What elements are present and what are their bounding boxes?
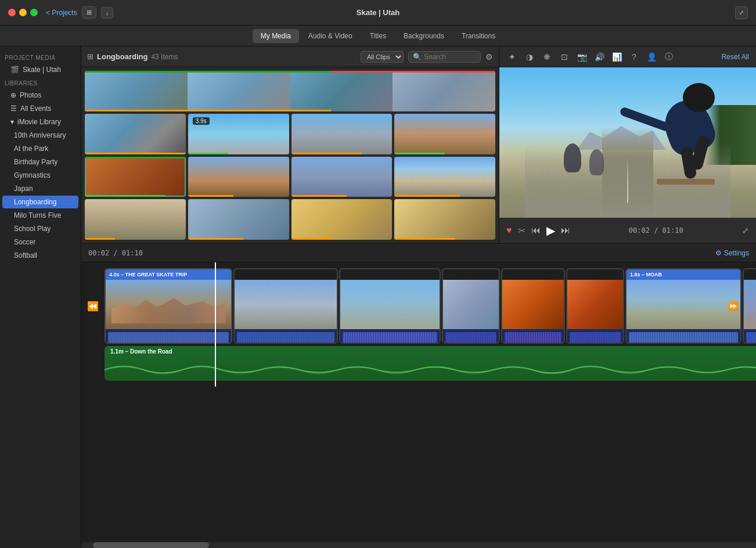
track-scroll-right-button[interactable]: ⏩ <box>728 301 738 311</box>
browser-toolbar-left: ⊞ Longboarding 43 Items <box>87 52 178 61</box>
video-track: ⏪ 4.0s – THE GREAT SKATE TRIP <box>105 268 756 344</box>
sidebar-japan-label: Japan <box>14 185 33 193</box>
audio-clip-main[interactable]: 1.1m – Down the Road <box>105 346 756 381</box>
sidebar-item-project[interactable]: 🎬 Skate | Utah <box>2 63 78 76</box>
audio-waveform <box>105 359 756 381</box>
sidebar-item-school-play[interactable]: School Play <box>2 222 78 235</box>
browser-panel: ⊞ Longboarding 43 Items All Clips 🔍 ⚙ <box>81 46 756 244</box>
sidebar-item-photos[interactable]: ⊕ Photos <box>2 89 78 102</box>
timeline-scroll[interactable]: ⏪ 4.0s – THE GREAT SKATE TRIP <box>81 262 756 542</box>
person-icon[interactable]: 👤 <box>646 52 657 62</box>
magic-wand-icon[interactable]: ✦ <box>506 52 518 62</box>
media-thumb-5[interactable] <box>394 114 495 154</box>
settings-icon: ⚙ <box>715 249 722 257</box>
traffic-lights <box>0 9 38 16</box>
sidebar-longboarding-label: Longboarding <box>14 198 56 206</box>
chart-icon[interactable]: 📊 <box>611 52 622 62</box>
all-events-icon: ☰ <box>10 104 17 113</box>
timecode-display: 00:02 / 01:10 <box>629 226 683 235</box>
libraries-label: LIBRARIES <box>0 77 81 88</box>
download-button[interactable]: ↓ <box>101 7 114 19</box>
sidebar-item-imovie-library[interactable]: ▾ iMovie Library <box>2 116 78 128</box>
back-button[interactable]: < Projects <box>46 9 77 17</box>
timeline-timecode: 00:02 / 01:10 <box>88 249 143 257</box>
media-thumb-10[interactable] <box>85 199 186 240</box>
clip-1-monument[interactable]: 4.0s – THE GREAT SKATE TRIP <box>105 268 232 344</box>
skip-forward-button[interactable]: ⏭ <box>561 225 570 236</box>
sidebar-item-milo-turns-five[interactable]: Milo Turns Five <box>2 209 78 222</box>
sidebar-item-longboarding[interactable]: Longboarding <box>2 196 78 208</box>
browser-count: 43 Items <box>151 53 178 61</box>
enter-fullscreen-button[interactable]: ⤢ <box>735 6 748 19</box>
clip-2-road[interactable] <box>233 268 338 344</box>
clip-6-orange[interactable] <box>566 268 624 344</box>
minimize-button[interactable] <box>19 9 27 16</box>
storyboard-button[interactable]: ⊞ <box>82 6 96 19</box>
skip-back-button[interactable]: ⏮ <box>531 225 541 236</box>
search-box: 🔍 <box>408 51 481 63</box>
sidebar-project-name: Skate | Utah <box>23 66 61 74</box>
camera-icon[interactable]: 📷 <box>576 52 588 62</box>
clip-8-partial[interactable] <box>743 268 756 344</box>
favorite-button[interactable]: ♥ <box>506 225 512 236</box>
media-thumb-11[interactable] <box>188 199 289 240</box>
sidebar: PROJECT MEDIA 🎬 Skate | Utah LIBRARIES ⊕… <box>0 46 81 548</box>
media-thumb-6[interactable] <box>85 157 186 197</box>
reset-all-button[interactable]: Reset All <box>722 53 749 61</box>
titlebar: < Projects ⊞ ↓ Skate | Utah ⤢ <box>0 0 756 26</box>
timeline-settings-button[interactable]: ⚙ Settings <box>715 249 749 257</box>
sidebar-item-japan[interactable]: Japan <box>2 182 78 195</box>
media-thumb-4[interactable] <box>291 114 393 154</box>
grid-view-icon[interactable]: ⊞ <box>87 52 93 61</box>
crop-icon[interactable]: ⊡ <box>559 52 570 62</box>
timeline-scrollbar-thumb[interactable] <box>93 542 209 548</box>
preview-fullscreen-button[interactable]: ⤢ <box>742 226 749 235</box>
reject-button[interactable]: ✂ <box>518 225 525 236</box>
preview-controls: ♥ ✂ ⏮ ▶ ⏭ 00:02 / 01:10 ⤢ <box>499 218 756 243</box>
media-thumb-9[interactable] <box>394 157 495 197</box>
sidebar-item-softball[interactable]: Softball <box>2 249 78 262</box>
sidebar-item-soccer[interactable]: Soccer <box>2 236 78 248</box>
close-button[interactable] <box>8 9 16 16</box>
saturation-icon[interactable]: ❋ <box>541 52 553 62</box>
timeline-scrollbar[interactable] <box>81 542 756 548</box>
sidebar-imovie-library-label: iMovie Library <box>17 118 61 126</box>
track-scroll-left-button[interactable]: ⏪ <box>87 301 99 312</box>
clip-4-mirror[interactable] <box>442 268 500 344</box>
tab-transitions[interactable]: Transitions <box>453 29 503 43</box>
clips-filter-select[interactable]: All Clips <box>361 51 404 63</box>
sidebar-item-birthday-party[interactable]: Birthday Party <box>2 156 78 168</box>
play-button[interactable]: ▶ <box>546 223 555 237</box>
clip-5-wheel[interactable] <box>501 268 565 344</box>
media-thumb-13[interactable] <box>394 199 495 240</box>
media-thumb-1[interactable] <box>85 71 495 111</box>
sidebar-item-at-the-park[interactable]: At the Park <box>2 142 78 155</box>
info-icon[interactable]: ⓘ <box>663 52 675 62</box>
tab-titles[interactable]: Titles <box>362 29 394 43</box>
timeline-area: 00:02 / 01:10 ⚙ Settings ⏪ <box>81 244 756 548</box>
sidebar-item-gymnastics[interactable]: Gymnastics <box>2 169 78 182</box>
clip-3-skater[interactable] <box>339 268 441 344</box>
color-wheel-icon[interactable]: ◑ <box>524 52 535 62</box>
sidebar-item-all-events[interactable]: ☰ All Events <box>2 102 78 115</box>
media-thumb-7[interactable] <box>188 157 289 197</box>
clip-7-moab[interactable]: 1.8s – MOAB ⏩ <box>625 268 741 344</box>
fullscreen-button[interactable] <box>30 9 38 16</box>
media-thumb-8[interactable] <box>291 157 393 197</box>
volume-icon[interactable]: 🔊 <box>593 52 605 62</box>
question-icon[interactable]: ? <box>628 52 640 62</box>
sidebar-gymnastics-label: Gymnastics <box>14 171 51 179</box>
sidebar-at-the-park-label: At the Park <box>14 145 48 153</box>
top-navigation: My Media Audio & Video Titles Background… <box>0 26 756 46</box>
gear-icon[interactable]: ⚙ <box>485 52 493 62</box>
sidebar-softball-label: Softball <box>14 251 37 259</box>
tab-my-media[interactable]: My Media <box>253 29 299 43</box>
media-thumb-2[interactable] <box>85 114 186 154</box>
sidebar-item-10th-anniversary[interactable]: 10th Anniversary <box>2 129 78 142</box>
preview-video <box>499 67 756 218</box>
tab-audio-video[interactable]: Audio & Video <box>300 29 361 43</box>
search-input[interactable] <box>424 53 476 61</box>
tab-backgrounds[interactable]: Backgrounds <box>395 29 452 43</box>
media-thumb-12[interactable] <box>291 199 393 240</box>
media-thumb-3[interactable]: 3.9s <box>188 114 289 154</box>
